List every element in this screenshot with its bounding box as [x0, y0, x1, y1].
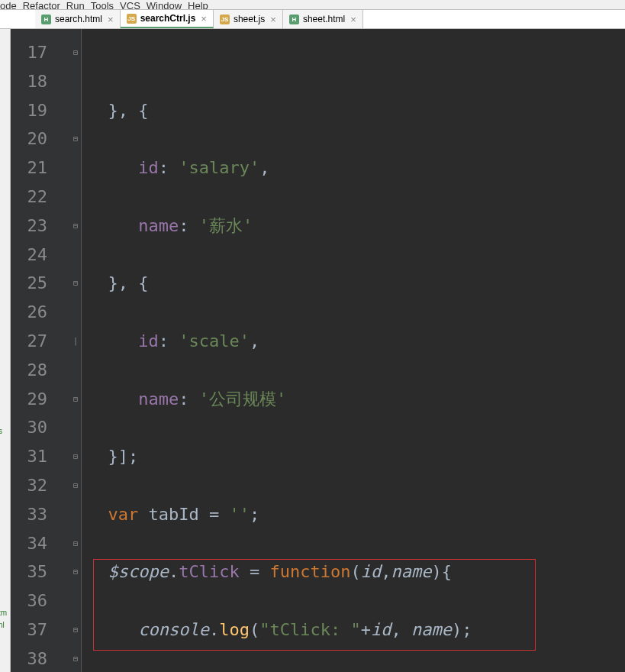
js-file-icon: JS [220, 15, 230, 24]
fold-open-icon[interactable]: ⊟ [70, 269, 81, 298]
line-number: 37 [11, 615, 70, 645]
menu-refactor[interactable]: Refactor [23, 0, 60, 9]
line-number: 30 [11, 413, 70, 442]
fold-close-icon[interactable]: ⊟ [70, 212, 81, 241]
line-number: 17 [11, 38, 70, 67]
line-number: 22 [11, 183, 70, 212]
line-number: 27 [11, 327, 70, 356]
tab-search-html[interactable]: H search.html × [35, 10, 121, 28]
menu-window[interactable]: Window [147, 0, 182, 9]
tab-sheet-html[interactable]: H sheet.html × [283, 10, 363, 28]
editor-area: s tm nl 17 18 19 20 21 22 23 24 25 26 27… [0, 29, 625, 672]
sidebar-label: nl [0, 620, 5, 630]
project-sidebar[interactable]: s tm nl [0, 29, 11, 672]
js-file-icon: JS [127, 14, 137, 24]
close-icon[interactable]: × [350, 14, 356, 25]
line-number: 20 [11, 124, 70, 153]
sidebar-label: tm [0, 608, 7, 618]
fold-close-icon[interactable]: ⊟ [70, 38, 81, 67]
sidebar-label: s [0, 426, 2, 436]
line-number: 21 [11, 153, 70, 183]
fold-close-icon[interactable]: ⊟ [70, 615, 81, 645]
close-icon[interactable]: × [270, 14, 276, 25]
fold-close-icon[interactable]: ⊟ [70, 645, 81, 672]
code-editor[interactable]: }, { id: 'salary', name: '薪水' }, { id: '… [82, 29, 625, 672]
tab-label: sheet.html [303, 14, 345, 24]
fold-open-icon[interactable]: ⊟ [70, 557, 81, 586]
fold-close-icon[interactable]: ⊟ [70, 385, 81, 414]
menu-vcs[interactable]: VCS [120, 0, 140, 9]
line-number: 18 [11, 67, 70, 96]
menu-code[interactable]: ode [0, 0, 17, 9]
line-number: 19 [11, 96, 70, 125]
html-file-icon: H [41, 15, 51, 24]
line-number: 33 [11, 500, 70, 529]
fold-close-icon[interactable]: ⊟ [70, 124, 81, 153]
fold-close-icon[interactable]: ⊟ [70, 442, 81, 471]
fold-close-icon[interactable]: ⊟ [70, 529, 81, 558]
line-number: 32 [11, 471, 70, 500]
tab-label: searchCtrl.js [140, 13, 196, 24]
close-icon[interactable]: × [201, 13, 207, 24]
line-number: 38 [11, 645, 70, 672]
fold-gutter[interactable]: ⊟ ⊟ ⊟ ⊟ | ⊟ ⊟ ⊟ ⊟ ⊟ ⊟ ⊟ [70, 29, 82, 672]
tab-label: sheet.js [234, 14, 265, 24]
tab-label: search.html [55, 14, 102, 24]
tab-sheet-js[interactable]: JS sheet.js × [214, 10, 283, 28]
line-number: 26 [11, 298, 70, 327]
line-number: 25 [11, 269, 70, 298]
line-number: 31 [11, 442, 70, 471]
line-gutter[interactable]: 17 18 19 20 21 22 23 24 25 26 27 28 29 3… [11, 29, 70, 672]
menu-bar: ode Refactor Run Tools VCS Window Help [0, 0, 625, 9]
menu-help[interactable]: Help [188, 0, 208, 9]
fold-close-icon[interactable]: ⊟ [70, 471, 81, 500]
line-number: 35 [11, 557, 70, 586]
fold-close-icon[interactable]: | [70, 327, 81, 356]
line-number: 34 [11, 529, 70, 558]
line-number: 29 [11, 385, 70, 414]
tab-searchctrl-js[interactable]: JS searchCtrl.js × [121, 10, 214, 28]
close-icon[interactable]: × [108, 14, 114, 25]
line-number: 23 [11, 212, 70, 241]
tab-bar: H search.html × JS searchCtrl.js × JS sh… [0, 9, 625, 29]
line-number: 24 [11, 241, 70, 270]
html-file-icon: H [289, 15, 299, 24]
line-number: 36 [11, 586, 70, 615]
menu-tools[interactable]: Tools [91, 0, 114, 9]
menu-run[interactable]: Run [66, 0, 85, 9]
line-number: 28 [11, 356, 70, 385]
